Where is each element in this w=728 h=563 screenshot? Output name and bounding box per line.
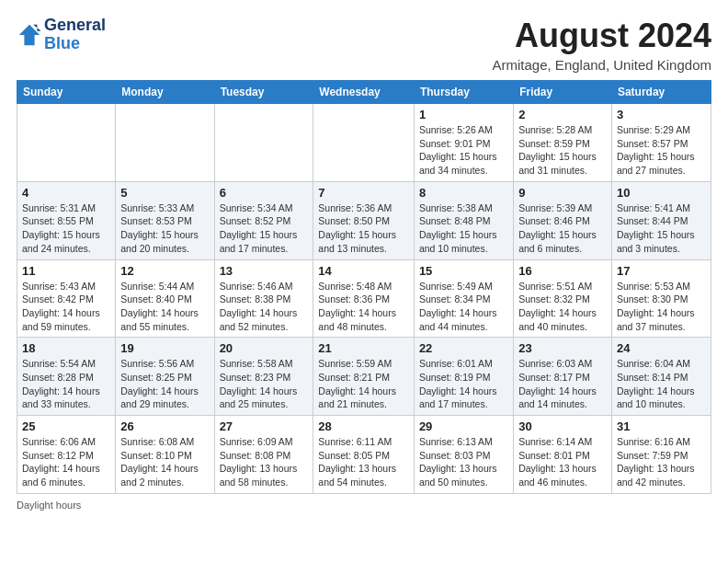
day-number: 5 <box>120 186 209 200</box>
day-cell: 4Sunrise: 5:31 AM Sunset: 8:55 PM Daylig… <box>17 181 116 259</box>
location: Armitage, England, United Kingdom <box>493 57 711 73</box>
day-info: Sunrise: 5:29 AM Sunset: 8:57 PM Dayligh… <box>617 123 706 178</box>
week-row-5: 25Sunrise: 6:06 AM Sunset: 8:12 PM Dayli… <box>17 416 711 494</box>
day-info: Sunrise: 5:51 AM Sunset: 8:32 PM Dayligh… <box>518 280 607 334</box>
day-number: 9 <box>518 186 607 200</box>
day-info: Sunrise: 6:06 AM Sunset: 8:12 PM Dayligh… <box>22 435 110 489</box>
day-cell: 29Sunrise: 6:13 AM Sunset: 8:03 PM Dayli… <box>414 416 513 494</box>
col-header-friday: Friday <box>514 81 612 104</box>
day-number: 31 <box>617 419 706 433</box>
month-title: August 2024 <box>493 17 711 55</box>
week-row-1: 1Sunrise: 5:26 AM Sunset: 9:01 PM Daylig… <box>17 104 711 182</box>
day-number: 26 <box>120 419 209 433</box>
day-cell: 30Sunrise: 6:14 AM Sunset: 8:01 PM Dayli… <box>514 416 612 494</box>
day-number: 6 <box>220 186 309 200</box>
day-cell: 19Sunrise: 5:56 AM Sunset: 8:25 PM Dayli… <box>116 338 214 416</box>
day-info: Sunrise: 6:09 AM Sunset: 8:08 PM Dayligh… <box>220 435 309 489</box>
day-info: Sunrise: 5:26 AM Sunset: 9:01 PM Dayligh… <box>419 123 508 178</box>
title-block: August 2024 Armitage, England, United Ki… <box>493 17 711 73</box>
day-cell: 8Sunrise: 5:38 AM Sunset: 8:48 PM Daylig… <box>414 181 513 259</box>
day-number: 28 <box>318 419 409 433</box>
day-number: 11 <box>22 264 110 278</box>
day-number: 2 <box>518 108 607 121</box>
week-row-2: 4Sunrise: 5:31 AM Sunset: 8:55 PM Daylig… <box>17 181 711 259</box>
day-info: Sunrise: 6:01 AM Sunset: 8:19 PM Dayligh… <box>419 357 508 411</box>
day-number: 23 <box>518 341 607 355</box>
day-info: Sunrise: 6:04 AM Sunset: 8:14 PM Dayligh… <box>617 357 706 411</box>
day-info: Sunrise: 5:49 AM Sunset: 8:34 PM Dayligh… <box>419 280 508 334</box>
day-cell: 16Sunrise: 5:51 AM Sunset: 8:32 PM Dayli… <box>514 259 612 338</box>
day-number: 10 <box>617 186 706 200</box>
day-number: 1 <box>419 108 508 121</box>
day-cell: 10Sunrise: 5:41 AM Sunset: 8:44 PM Dayli… <box>611 181 711 259</box>
day-number: 27 <box>220 419 309 433</box>
day-cell: 17Sunrise: 5:53 AM Sunset: 8:30 PM Dayli… <box>611 259 711 338</box>
day-cell: 15Sunrise: 5:49 AM Sunset: 8:34 PM Dayli… <box>414 259 513 338</box>
day-cell <box>116 104 214 182</box>
svg-marker-0 <box>19 25 40 45</box>
day-info: Sunrise: 6:16 AM Sunset: 7:59 PM Dayligh… <box>617 435 706 489</box>
col-header-sunday: Sunday <box>17 81 116 104</box>
day-cell: 5Sunrise: 5:33 AM Sunset: 8:53 PM Daylig… <box>116 181 214 259</box>
day-number: 12 <box>120 264 209 278</box>
day-cell: 13Sunrise: 5:46 AM Sunset: 8:38 PM Dayli… <box>214 259 313 338</box>
day-cell: 25Sunrise: 6:06 AM Sunset: 8:12 PM Dayli… <box>17 416 116 494</box>
day-number: 16 <box>518 264 607 278</box>
page: General Blue August 2024 Armitage, Engla… <box>0 0 728 520</box>
day-info: Sunrise: 5:38 AM Sunset: 8:48 PM Dayligh… <box>419 201 508 256</box>
day-info: Sunrise: 6:14 AM Sunset: 8:01 PM Dayligh… <box>518 435 607 489</box>
day-info: Sunrise: 5:53 AM Sunset: 8:30 PM Dayligh… <box>617 280 706 334</box>
day-info: Sunrise: 5:44 AM Sunset: 8:40 PM Dayligh… <box>120 280 209 334</box>
day-number: 20 <box>220 341 309 355</box>
day-info: Sunrise: 6:13 AM Sunset: 8:03 PM Dayligh… <box>419 435 508 489</box>
col-header-monday: Monday <box>116 81 214 104</box>
day-cell: 7Sunrise: 5:36 AM Sunset: 8:50 PM Daylig… <box>313 181 415 259</box>
day-number: 29 <box>419 419 508 433</box>
day-info: Sunrise: 5:31 AM Sunset: 8:55 PM Dayligh… <box>22 201 110 256</box>
day-info: Sunrise: 6:11 AM Sunset: 8:05 PM Dayligh… <box>318 435 409 489</box>
day-cell: 24Sunrise: 6:04 AM Sunset: 8:14 PM Dayli… <box>611 338 711 416</box>
day-number: 7 <box>318 186 409 200</box>
day-info: Sunrise: 5:39 AM Sunset: 8:46 PM Dayligh… <box>518 201 607 256</box>
day-number: 13 <box>220 264 309 278</box>
header-row: SundayMondayTuesdayWednesdayThursdayFrid… <box>17 81 711 104</box>
day-cell: 27Sunrise: 6:09 AM Sunset: 8:08 PM Dayli… <box>214 416 313 494</box>
day-number: 15 <box>419 264 508 278</box>
day-cell: 2Sunrise: 5:28 AM Sunset: 8:59 PM Daylig… <box>514 104 612 182</box>
day-number: 25 <box>22 419 110 433</box>
day-cell: 23Sunrise: 6:03 AM Sunset: 8:17 PM Dayli… <box>514 338 612 416</box>
logo: General Blue <box>17 17 106 53</box>
day-cell: 28Sunrise: 6:11 AM Sunset: 8:05 PM Dayli… <box>313 416 415 494</box>
day-info: Sunrise: 5:58 AM Sunset: 8:23 PM Dayligh… <box>220 357 309 411</box>
day-info: Sunrise: 5:33 AM Sunset: 8:53 PM Dayligh… <box>120 201 209 256</box>
logo-general: General <box>44 17 106 35</box>
day-info: Sunrise: 5:56 AM Sunset: 8:25 PM Dayligh… <box>120 357 209 411</box>
col-header-tuesday: Tuesday <box>214 81 313 104</box>
day-info: Sunrise: 5:59 AM Sunset: 8:21 PM Dayligh… <box>318 357 409 411</box>
day-number: 14 <box>318 264 409 278</box>
day-info: Sunrise: 5:48 AM Sunset: 8:36 PM Dayligh… <box>318 280 409 334</box>
day-number: 17 <box>617 264 706 278</box>
footer-note: Daylight hours <box>17 500 711 511</box>
col-header-saturday: Saturday <box>611 81 711 104</box>
day-cell: 3Sunrise: 5:29 AM Sunset: 8:57 PM Daylig… <box>611 104 711 182</box>
day-info: Sunrise: 5:43 AM Sunset: 8:42 PM Dayligh… <box>22 280 110 334</box>
day-number: 4 <box>22 186 110 200</box>
day-info: Sunrise: 5:36 AM Sunset: 8:50 PM Dayligh… <box>318 201 409 256</box>
day-cell: 11Sunrise: 5:43 AM Sunset: 8:42 PM Dayli… <box>17 259 116 338</box>
day-number: 22 <box>419 341 508 355</box>
col-header-thursday: Thursday <box>414 81 513 104</box>
week-row-3: 11Sunrise: 5:43 AM Sunset: 8:42 PM Dayli… <box>17 259 711 338</box>
day-cell: 26Sunrise: 6:08 AM Sunset: 8:10 PM Dayli… <box>116 416 214 494</box>
day-info: Sunrise: 6:03 AM Sunset: 8:17 PM Dayligh… <box>518 357 607 411</box>
day-number: 18 <box>22 341 110 355</box>
day-cell: 1Sunrise: 5:26 AM Sunset: 9:01 PM Daylig… <box>414 104 513 182</box>
day-info: Sunrise: 5:28 AM Sunset: 8:59 PM Dayligh… <box>518 123 607 178</box>
day-number: 8 <box>419 186 508 200</box>
day-cell: 20Sunrise: 5:58 AM Sunset: 8:23 PM Dayli… <box>214 338 313 416</box>
day-cell: 21Sunrise: 5:59 AM Sunset: 8:21 PM Dayli… <box>313 338 415 416</box>
day-cell: 31Sunrise: 6:16 AM Sunset: 7:59 PM Dayli… <box>611 416 711 494</box>
logo-blue: Blue <box>44 35 106 53</box>
day-number: 19 <box>120 341 209 355</box>
header: General Blue August 2024 Armitage, Engla… <box>17 17 711 73</box>
